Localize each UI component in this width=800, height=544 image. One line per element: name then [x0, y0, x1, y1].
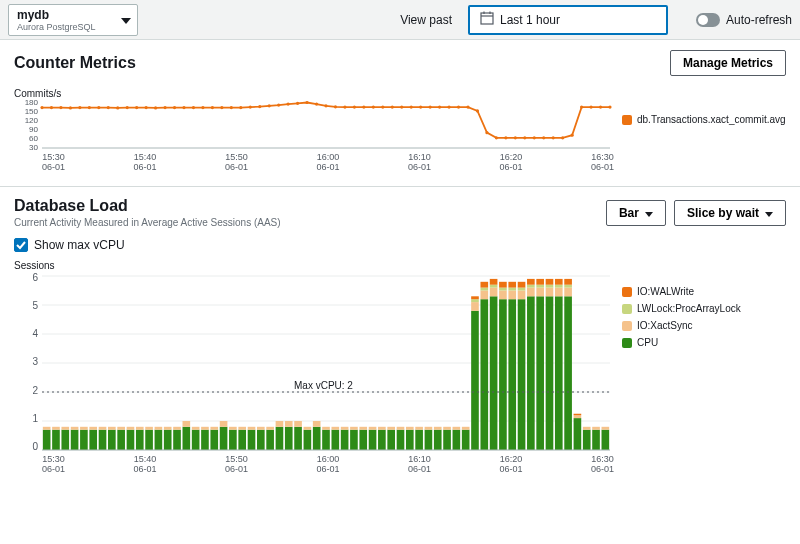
svg-rect-113 [229, 430, 237, 450]
svg-point-37 [343, 106, 346, 109]
svg-rect-139 [350, 430, 358, 450]
svg-rect-110 [210, 427, 218, 430]
svg-point-17 [154, 106, 157, 109]
svg-point-44 [410, 106, 413, 109]
svg-point-27 [249, 106, 252, 109]
svg-rect-148 [387, 427, 395, 430]
legend-label: LWLock:ProcArrayLock [637, 303, 741, 314]
svg-rect-93 [136, 430, 144, 450]
svg-point-26 [239, 106, 242, 109]
svg-rect-149 [397, 430, 405, 450]
svg-point-48 [447, 106, 450, 109]
svg-rect-81 [80, 430, 88, 450]
svg-rect-143 [369, 430, 377, 450]
svg-rect-160 [443, 427, 451, 430]
y-tick: 6 [14, 272, 38, 283]
svg-rect-194 [536, 288, 544, 297]
svg-rect-138 [341, 427, 349, 430]
auto-refresh-toggle[interactable]: Auto-refresh [696, 13, 792, 27]
svg-point-42 [391, 106, 394, 109]
chart-type-selector[interactable]: Bar [606, 200, 666, 226]
time-range-value: Last 1 hour [500, 13, 560, 27]
auto-refresh-label: Auto-refresh [726, 13, 792, 27]
svg-point-43 [400, 106, 403, 109]
svg-rect-91 [127, 430, 135, 450]
svg-rect-173 [490, 296, 498, 450]
svg-rect-100 [164, 427, 172, 430]
svg-point-6 [50, 106, 53, 109]
svg-point-51 [476, 109, 479, 112]
svg-point-45 [419, 106, 422, 109]
svg-rect-99 [164, 430, 172, 450]
svg-rect-176 [490, 279, 498, 285]
svg-rect-134 [322, 427, 330, 430]
checkbox-icon [14, 238, 28, 252]
svg-rect-157 [434, 430, 442, 450]
svg-point-8 [69, 106, 72, 109]
counter-legend: db.Transactions.xact_commit.avg [622, 100, 786, 172]
svg-rect-120 [257, 427, 265, 430]
svg-rect-165 [471, 311, 479, 450]
svg-point-50 [466, 106, 469, 109]
svg-rect-112 [220, 421, 228, 427]
manage-metrics-button[interactable]: Manage Metrics [670, 50, 786, 76]
svg-rect-131 [313, 427, 321, 450]
svg-rect-107 [201, 430, 209, 450]
svg-rect-116 [238, 427, 246, 430]
show-max-vcpu-checkbox[interactable]: Show max vCPU [14, 238, 786, 252]
view-past-label: View past [400, 13, 452, 27]
svg-rect-122 [266, 427, 274, 430]
svg-rect-182 [508, 291, 516, 300]
button-label: Manage Metrics [683, 56, 773, 70]
svg-rect-212 [583, 430, 591, 450]
svg-rect-144 [369, 427, 377, 430]
legend-swatch [622, 338, 632, 348]
time-range-selector[interactable]: Last 1 hour [468, 5, 668, 35]
database-selector[interactable]: mydb Aurora PostgreSQL [8, 4, 138, 36]
svg-point-9 [78, 106, 81, 109]
svg-rect-75 [52, 430, 60, 450]
svg-point-30 [277, 103, 280, 106]
svg-rect-102 [173, 427, 181, 430]
svg-rect-85 [99, 430, 107, 450]
toggle-icon [696, 13, 720, 27]
svg-rect-84 [89, 427, 97, 430]
svg-rect-188 [518, 282, 526, 288]
y-tick: 4 [14, 328, 38, 339]
svg-rect-211 [574, 414, 582, 415]
svg-rect-132 [313, 421, 321, 427]
svg-rect-185 [518, 299, 526, 450]
svg-rect-169 [480, 299, 488, 450]
svg-rect-159 [443, 430, 451, 450]
svg-point-55 [514, 136, 517, 139]
svg-rect-208 [564, 279, 572, 285]
svg-rect-203 [555, 285, 563, 288]
svg-rect-125 [285, 427, 293, 450]
caret-down-icon [765, 206, 773, 220]
svg-rect-92 [127, 427, 135, 430]
svg-point-18 [163, 106, 166, 109]
svg-rect-141 [359, 430, 367, 450]
svg-rect-171 [480, 288, 488, 291]
svg-rect-154 [415, 427, 423, 430]
svg-rect-130 [304, 427, 312, 430]
svg-point-35 [324, 104, 327, 107]
svg-point-25 [230, 106, 233, 109]
svg-rect-151 [406, 430, 414, 450]
db-name: mydb [17, 8, 109, 22]
y-tick: 2 [14, 385, 38, 396]
svg-point-41 [381, 106, 384, 109]
svg-point-16 [145, 106, 148, 109]
svg-rect-195 [536, 285, 544, 288]
svg-rect-193 [536, 296, 544, 450]
svg-point-11 [97, 106, 100, 109]
legend-swatch [622, 304, 632, 314]
svg-rect-114 [229, 427, 237, 430]
legend-swatch [622, 115, 632, 125]
svg-rect-213 [583, 427, 591, 430]
svg-rect-126 [285, 421, 293, 427]
svg-rect-140 [350, 427, 358, 430]
svg-rect-88 [108, 427, 116, 430]
slice-by-selector[interactable]: Slice by wait [674, 200, 786, 226]
svg-rect-105 [192, 430, 200, 450]
